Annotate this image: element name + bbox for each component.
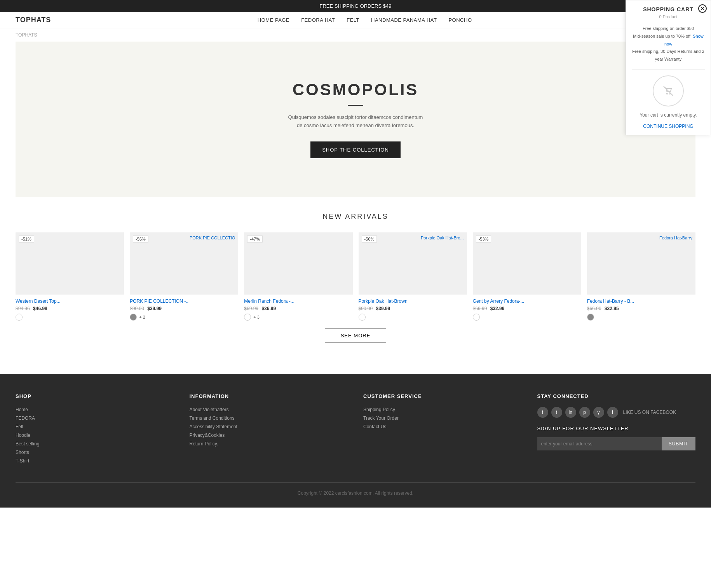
product-card: -56% PORK PIE COLLECTIO PORK PIE COLLECT… — [130, 232, 238, 321]
footer-info-title: INFORMATION — [190, 393, 348, 399]
copyright-text: Copyright © 2022 cercisfashion.com. All … — [298, 490, 413, 496]
breadcrumb: TOPHATS — [0, 28, 711, 42]
footer-customer-links: Shipping Policy Track Your Order Contact… — [363, 407, 522, 429]
product-image[interactable]: Fedora Hat-Barry — [587, 232, 695, 295]
product-card: -51% Western Desert Top... $94.96 $46.98 — [16, 232, 124, 321]
color-options: + 2 — [130, 314, 238, 321]
cart-sidebar: ✕ SHOPPING CART 0 Product Free shipping … — [626, 0, 711, 135]
newsletter-submit-button[interactable]: SUBMIT — [662, 437, 695, 450]
footer-link-return[interactable]: Return Policy. — [190, 441, 348, 447]
product-name[interactable]: Gent by Arrery Fedora-... — [473, 298, 581, 304]
product-alt-label2: Fedora Hat-Barry — [659, 236, 692, 240]
color-options — [16, 314, 124, 321]
footer-link-track-order[interactable]: Track Your Order — [363, 415, 522, 421]
product-prices: $90.00 $39.99 — [359, 306, 467, 311]
color-more: + 2 — [139, 315, 145, 319]
product-image[interactable]: -47% — [244, 232, 352, 295]
newsletter-input[interactable] — [537, 437, 662, 450]
svg-point-1 — [667, 93, 668, 94]
product-image[interactable]: -53% — [473, 232, 581, 295]
footer-info-links: About Violethatters Terms and Conditions… — [190, 407, 348, 447]
color-options — [587, 314, 695, 321]
pinterest-icon[interactable]: p — [579, 407, 590, 418]
nav-felt[interactable]: FELT — [347, 17, 359, 23]
see-more-button[interactable]: SEE MORE — [325, 328, 387, 343]
footer-link-felt[interactable]: Felt — [16, 424, 174, 429]
cart-free-shipping: Free shipping on order $50 — [632, 25, 705, 33]
old-price: $69.99 — [473, 306, 487, 311]
cart-mid-season-text: Mid-season sale up to 70% off. — [633, 34, 692, 38]
like-facebook-label[interactable]: LIKE US ON FACEBOOK — [623, 410, 676, 415]
cart-sidebar-subtitle: 0 Product — [632, 14, 705, 19]
old-price: $90.00 — [130, 306, 144, 311]
nav-home-page[interactable]: HOME PAGE — [258, 17, 289, 23]
product-image[interactable]: -56% PORK PIE COLLECTIO — [130, 232, 238, 295]
hero-section: COSMOPOLIS Quisquemos sodales suscipit t… — [16, 42, 695, 197]
cart-free-shipping-2: Free shipping, 30 Days Returns and 2 yea… — [632, 48, 705, 63]
logo[interactable]: TOPHATS — [16, 16, 51, 24]
footer-link-home[interactable]: Home — [16, 407, 174, 412]
footer-link-shipping[interactable]: Shipping Policy — [363, 407, 522, 412]
footer-link-shorts[interactable]: Shorts — [16, 450, 174, 455]
product-alt-label: Porkpie Oak Hat-Bro... — [421, 236, 464, 240]
newsletter-form: SUBMIT — [537, 437, 696, 450]
color-options: + 3 — [244, 314, 352, 321]
footer-info-col: INFORMATION About Violethatters Terms an… — [190, 393, 348, 467]
product-image[interactable]: -56% Porkpie Oak Hat-Bro... — [359, 232, 467, 295]
product-name[interactable]: Porkpie Oak Hat-Brown — [359, 298, 467, 304]
product-prices: $69.99 $32.99 — [473, 306, 581, 311]
footer-link-best-selling[interactable]: Best selling — [16, 441, 174, 447]
linkedin-icon[interactable]: in — [565, 407, 576, 418]
product-card: -47% Merlin Ranch Fedora -... $69.99 $36… — [244, 232, 352, 321]
footer-link-contact[interactable]: Contact Us — [363, 424, 522, 429]
footer-link-terms[interactable]: Terms and Conditions — [190, 415, 348, 421]
color-swatch[interactable] — [473, 314, 480, 321]
cart-sidebar-title: SHOPPING CART — [632, 6, 705, 12]
nav-fedora-hat[interactable]: FEDORA HAT — [301, 17, 335, 23]
new-price: $39.99 — [376, 306, 390, 311]
cart-info: Free shipping on order $50 Mid-season sa… — [632, 25, 705, 70]
footer-link-fedora[interactable]: FEDORA — [16, 415, 174, 421]
product-name[interactable]: Fedora Hat-Barry - B... — [587, 298, 695, 304]
footer-link-accessibility[interactable]: Accessibility Statement — [190, 424, 348, 429]
footer: SHOP Home FEDORA Felt Hoodie Best sellin… — [0, 374, 711, 508]
youtube-icon[interactable]: y — [593, 407, 604, 418]
new-price: $39.99 — [147, 306, 162, 311]
instagram-icon[interactable]: i — [607, 407, 618, 418]
banner-text: FREE SHIPPING ORDERS $49 — [320, 3, 392, 9]
product-image[interactable]: -51% — [16, 232, 124, 295]
product-name[interactable]: Western Desert Top... — [16, 298, 124, 304]
facebook-icon[interactable]: f — [537, 407, 548, 418]
new-price: $36.99 — [261, 306, 276, 311]
cart-empty-text: Your cart is currently empty. — [632, 112, 705, 118]
nav-poncho[interactable]: PONCHO — [448, 17, 472, 23]
footer-link-privacy[interactable]: Privacy&Cookies — [190, 433, 348, 438]
footer-link-hoodie[interactable]: Hoodie — [16, 433, 174, 438]
product-card: Fedora Hat-Barry Fedora Hat-Barry - B...… — [587, 232, 695, 321]
color-swatch[interactable] — [16, 314, 23, 321]
footer-link-about[interactable]: About Violethatters — [190, 407, 348, 412]
continue-shopping-link[interactable]: CONTINUE SHOPPING — [632, 124, 705, 129]
color-swatch[interactable] — [130, 314, 137, 321]
cart-close-button[interactable]: ✕ — [698, 4, 707, 13]
top-banner: FREE SHIPPING ORDERS $49 — [0, 0, 711, 12]
color-swatch[interactable] — [359, 314, 366, 321]
nav-handmade-panama-hat[interactable]: HANDMADE PANAMA HAT — [371, 17, 437, 23]
header: TOPHATS HOME PAGE FEDORA HAT FELT HANDMA… — [0, 12, 711, 28]
new-price: $32.99 — [490, 306, 505, 311]
product-name[interactable]: Merlin Ranch Fedora -... — [244, 298, 352, 304]
twitter-icon[interactable]: t — [551, 407, 562, 418]
discount-badge: -56% — [362, 236, 377, 243]
footer-bottom: Copyright © 2022 cercisfashion.com. All … — [16, 482, 695, 496]
color-swatch[interactable] — [587, 314, 594, 321]
discount-badge: -53% — [476, 236, 491, 243]
breadcrumb-text: TOPHATS — [16, 32, 37, 38]
product-prices: $69.99 $36.99 — [244, 306, 352, 311]
products-grid: -51% Western Desert Top... $94.96 $46.98… — [16, 232, 695, 321]
color-swatch[interactable] — [244, 314, 251, 321]
footer-link-tshirt[interactable]: T-Shirt — [16, 458, 174, 464]
shop-collection-button[interactable]: SHOP THE COLLECTION — [310, 141, 401, 158]
main-nav: HOME PAGE FEDORA HAT FELT HANDMADE PANAM… — [66, 17, 663, 23]
product-card: -56% Porkpie Oak Hat-Bro... Porkpie Oak … — [359, 232, 467, 321]
product-name[interactable]: PORK PIE COLLECTION -... — [130, 298, 238, 304]
